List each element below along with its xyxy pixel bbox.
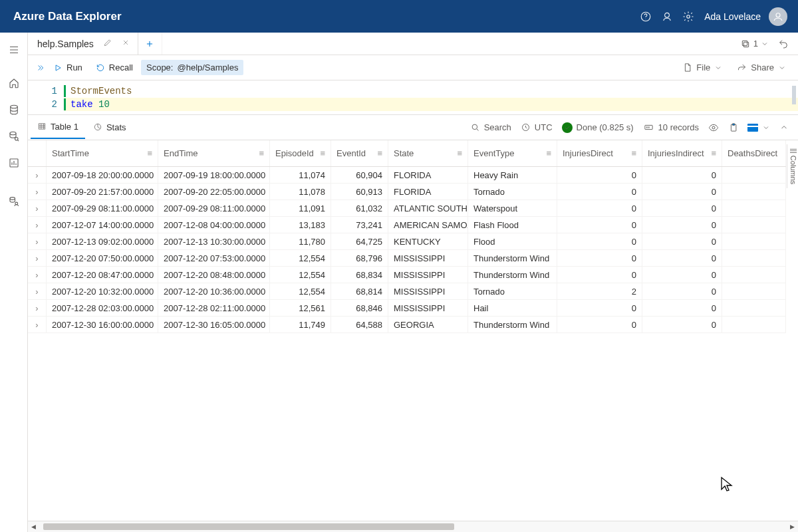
scope-chip[interactable]: Scope: @help/Samples xyxy=(141,60,243,75)
expand-row-icon[interactable]: › xyxy=(28,184,47,200)
expand-row-icon[interactable]: › xyxy=(28,283,47,299)
col-eventid[interactable]: EventId≡ xyxy=(331,140,388,166)
table-row[interactable]: ›2007-09-18 20:00:00.00002007-09-19 18:0… xyxy=(28,167,786,184)
svg-point-5 xyxy=(10,105,17,108)
run-label: Run xyxy=(66,63,82,72)
query-tab[interactable]: help.Samples xyxy=(28,33,138,55)
file-button[interactable]: File xyxy=(677,60,728,75)
undo-icon[interactable] xyxy=(775,37,791,51)
svg-point-1 xyxy=(646,19,646,19)
svg-rect-12 xyxy=(742,41,747,45)
share-button[interactable]: Share xyxy=(732,60,791,75)
svg-point-6 xyxy=(10,132,16,135)
scope-label: Scope: xyxy=(146,63,173,72)
status-done: Done (0.825 s) xyxy=(561,121,635,134)
query-icon[interactable] xyxy=(1,124,27,148)
user-area[interactable]: Ada Lovelace xyxy=(704,7,787,26)
left-rail xyxy=(0,33,28,532)
menu-icon[interactable] xyxy=(1,38,27,62)
timezone-button[interactable]: UTC xyxy=(519,121,554,134)
scroll-left-icon[interactable]: ◀ xyxy=(28,521,39,533)
recall-label: Recall xyxy=(109,63,133,72)
col-endtime[interactable]: EndTime≡ xyxy=(158,140,270,166)
feedback-icon[interactable] xyxy=(656,6,678,27)
results-tab-table[interactable]: Table 1 xyxy=(31,116,85,139)
mydata-icon[interactable] xyxy=(1,190,27,213)
expand-toolbar-icon[interactable] xyxy=(35,63,45,73)
share-label: Share xyxy=(751,63,774,72)
file-label: File xyxy=(696,63,710,72)
table-row[interactable]: ›2007-12-20 08:47:00.00002007-12-20 08:4… xyxy=(28,267,786,283)
col-eventtype[interactable]: EventType≡ xyxy=(468,140,557,166)
color-chip-icon xyxy=(747,124,758,132)
clipboard-icon[interactable] xyxy=(727,121,739,134)
avatar[interactable] xyxy=(769,7,787,26)
copy-queries-button[interactable]: 1 xyxy=(737,37,771,51)
svg-rect-20 xyxy=(732,124,735,126)
tab-label: help.Samples xyxy=(37,39,94,49)
query-toolbar: Run Recall Scope: @help/Samples File Sha… xyxy=(28,55,798,80)
svg-point-15 xyxy=(472,124,477,130)
svg-point-4 xyxy=(776,13,780,17)
col-injuriesindirect[interactable]: InjuriesIndirect≡ xyxy=(642,140,722,166)
col-state[interactable]: State≡ xyxy=(388,140,468,166)
recall-button[interactable]: Recall xyxy=(90,60,138,75)
close-tab-icon[interactable] xyxy=(122,39,130,49)
table-row[interactable]: ›2007-12-13 09:02:00.00002007-12-13 10:3… xyxy=(28,233,786,250)
edit-tab-icon[interactable] xyxy=(103,38,112,49)
home-icon[interactable] xyxy=(1,71,27,95)
record-count: 10 records xyxy=(642,121,700,134)
svg-point-18 xyxy=(712,126,715,129)
table-row[interactable]: ›2007-12-28 02:03:00.00002007-12-28 02:1… xyxy=(28,300,786,317)
expand-row-icon[interactable]: › xyxy=(28,233,47,249)
dashboard-icon[interactable] xyxy=(1,151,27,175)
main-area: help.Samples 1 Run xyxy=(28,33,798,532)
expand-row-icon[interactable]: › xyxy=(28,250,47,266)
add-tab-button[interactable] xyxy=(138,33,162,55)
table-row[interactable]: ›2007-12-07 14:00:00.00002007-12-08 04:0… xyxy=(28,217,786,233)
svg-rect-13 xyxy=(39,124,45,129)
data-icon[interactable] xyxy=(1,98,27,122)
col-episodeid[interactable]: EpisodeId≡ xyxy=(270,140,331,166)
horizontal-scrollbar[interactable]: ◀ ▶ xyxy=(28,521,798,532)
tab-strip: help.Samples 1 xyxy=(28,33,798,55)
table-row[interactable]: ›2007-09-29 08:11:00.00002007-09-29 08:1… xyxy=(28,200,786,217)
editor-gutter: 1 2 xyxy=(28,80,64,114)
svg-rect-11 xyxy=(743,42,748,47)
results-header: Table 1 Stats Search UTC Done (0.825 s) xyxy=(28,115,798,140)
scope-value: @help/Samples xyxy=(177,63,238,72)
svg-point-7 xyxy=(15,138,18,141)
expand-row-icon[interactable]: › xyxy=(28,200,47,216)
search-button[interactable]: Search xyxy=(469,121,513,134)
run-button[interactable]: Run xyxy=(48,60,88,75)
expand-row-icon[interactable]: › xyxy=(28,217,47,233)
expand-row-icon[interactable]: › xyxy=(28,317,47,332)
table-row[interactable]: ›2007-12-20 10:32:00.00002007-12-20 10:3… xyxy=(28,283,786,300)
results-tab-stats[interactable]: Stats xyxy=(86,117,133,138)
col-starttime[interactable]: StartTime≡ xyxy=(47,140,158,166)
table-row[interactable]: ›2007-12-20 07:50:00.00002007-12-20 07:5… xyxy=(28,250,786,267)
editor-minimap[interactable] xyxy=(792,86,796,104)
hide-empty-icon[interactable] xyxy=(707,121,720,134)
tab-counter: 1 xyxy=(753,39,758,49)
col-deathsdirect[interactable]: DeathsDirect xyxy=(722,140,786,166)
expand-row-icon[interactable]: › xyxy=(28,167,47,183)
settings-icon[interactable] xyxy=(678,6,699,27)
query-editor[interactable]: 1 2 StormEvents take 10 xyxy=(28,80,798,115)
table-row[interactable]: ›2007-09-20 21:57:00.00002007-09-20 22:0… xyxy=(28,184,786,200)
app-title: Azure Data Explorer xyxy=(13,10,122,23)
results-grid[interactable]: StartTime≡ EndTime≡ EpisodeId≡ EventId≡ … xyxy=(28,140,786,520)
color-rows-button[interactable] xyxy=(746,122,771,133)
app-bar: Azure Data Explorer Ada Lovelace xyxy=(0,0,798,33)
svg-rect-17 xyxy=(644,125,652,129)
columns-panel-toggle[interactable]: ||| Columns xyxy=(787,144,798,188)
col-injuriesdirect[interactable]: InjuriesDirect≡ xyxy=(557,140,642,166)
table-row[interactable]: ›2007-12-30 16:00:00.00002007-12-30 16:0… xyxy=(28,317,786,333)
collapse-results-icon[interactable] xyxy=(778,122,790,134)
scrollbar-thumb[interactable] xyxy=(43,523,454,530)
expand-row-icon[interactable]: › xyxy=(28,267,47,283)
help-icon[interactable] xyxy=(635,6,656,27)
editor-content[interactable]: StormEvents take 10 xyxy=(64,80,798,114)
scroll-right-icon[interactable]: ▶ xyxy=(787,521,798,533)
expand-row-icon[interactable]: › xyxy=(28,300,47,316)
